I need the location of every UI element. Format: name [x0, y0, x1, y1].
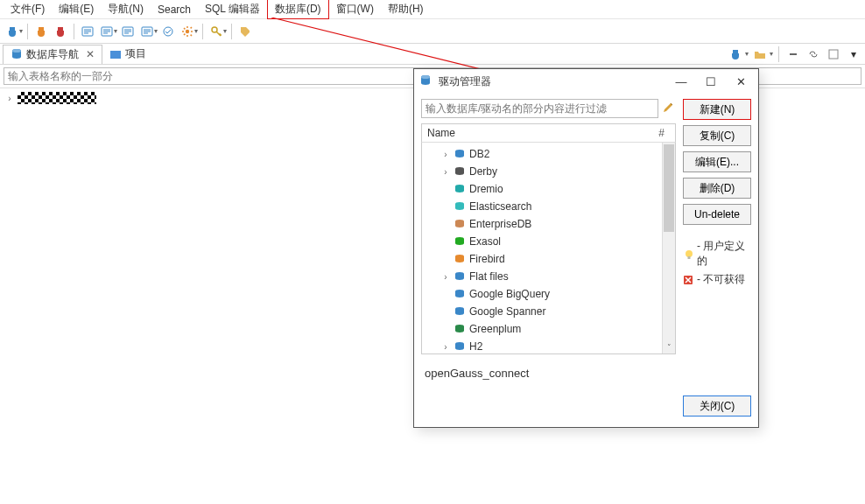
driver-label: Elasticsearch: [469, 200, 531, 213]
column-name[interactable]: Name: [427, 127, 654, 139]
menu-database[interactable]: 数据库(D): [267, 0, 329, 19]
driver-item[interactable]: Google BigQuery: [425, 285, 672, 303]
toolbar-separator: [231, 24, 232, 39]
driver-label: Exasol: [469, 235, 501, 248]
toolbar-key-button[interactable]: ▾: [207, 23, 227, 40]
toolbar-connect-button[interactable]: [32, 23, 50, 40]
pencil-icon[interactable]: [662, 102, 676, 116]
driver-item[interactable]: EnterpriseDB: [425, 215, 672, 233]
toolbar-commit-button[interactable]: [159, 23, 177, 40]
menu-file[interactable]: 文件(F): [4, 0, 52, 18]
menu-navigate[interactable]: 导航(N): [101, 0, 151, 18]
tab-db-navigator[interactable]: 数据库导航 ✕: [3, 45, 102, 64]
dialog-titlebar: 驱动管理器 — ☐ ✕: [414, 69, 758, 94]
driver-label: Greenplum: [469, 323, 521, 335]
svg-rect-10: [790, 53, 797, 55]
tree-header[interactable]: Name #: [421, 123, 676, 143]
svg-rect-11: [829, 50, 838, 59]
greenplum-icon: [454, 323, 466, 335]
driver-item[interactable]: ›DB2: [425, 145, 672, 163]
new-connection-button[interactable]: ▾: [4, 23, 23, 40]
expand-icon[interactable]: ›: [441, 150, 450, 159]
scrollbar[interactable]: ˄ ˅: [662, 143, 675, 354]
scrollbar-thumb[interactable]: [664, 144, 674, 232]
driver-item[interactable]: ›H2: [425, 338, 672, 354]
toolbar-disconnect-button[interactable]: [52, 23, 69, 40]
driver-item[interactable]: ›Flat files: [425, 268, 672, 285]
new-button[interactable]: 新建(N): [683, 99, 751, 120]
driver-item[interactable]: Dremio: [425, 180, 672, 198]
close-dialog-button[interactable]: 关闭(C): [683, 396, 751, 416]
toolbar-script-dropdown[interactable]: ▾: [138, 23, 158, 40]
tabbar-folder-button[interactable]: [751, 46, 769, 63]
tabbar-collapse-button[interactable]: [784, 46, 802, 63]
tabbar-filter-button[interactable]: [825, 46, 842, 63]
driver-item[interactable]: Elasticsearch: [425, 198, 672, 215]
close-tab-icon[interactable]: ✕: [86, 48, 95, 60]
tabbar-connect-button[interactable]: [727, 46, 744, 63]
legend-unavailable: - 不可获得: [697, 272, 745, 287]
toolbar-tag-button[interactable]: [236, 23, 254, 40]
driver-item[interactable]: Greenplum: [425, 320, 672, 338]
copy-button[interactable]: 复制(C): [683, 125, 751, 146]
tabbar-link-button[interactable]: [805, 46, 822, 63]
dropdown-icon[interactable]: ▾: [770, 50, 773, 58]
collapse-icon[interactable]: ›: [5, 94, 14, 103]
undelete-button[interactable]: Un-delete: [683, 204, 751, 225]
dropdown-icon[interactable]: ▾: [745, 50, 749, 58]
spanner-icon: [454, 305, 466, 318]
connection-item[interactable]: [18, 92, 96, 104]
svg-rect-9: [110, 51, 121, 59]
toolbar-print-button[interactable]: ▾: [179, 23, 198, 40]
driver-item[interactable]: ›Derby: [425, 163, 672, 180]
driver-label: Google Spanner: [469, 305, 545, 318]
expand-icon[interactable]: ›: [441, 167, 450, 177]
menu-edit[interactable]: 编辑(E): [52, 0, 101, 18]
tabbar-menu-button[interactable]: ▾: [845, 46, 862, 63]
legend: - 用户定义的 - 不可获得: [683, 239, 751, 290]
toolbar-script-button[interactable]: [119, 23, 137, 40]
driver-item[interactable]: Exasol: [425, 233, 672, 250]
driver-filter-input[interactable]: [421, 99, 658, 118]
delete-button[interactable]: 删除(D): [683, 178, 751, 199]
database-icon: [11, 48, 23, 60]
driver-label: Dremio: [469, 183, 503, 195]
folder-icon: [454, 270, 466, 283]
view-tabbar: 数据库导航 ✕ 项目 ▾ ▾ ▾: [0, 44, 865, 65]
gbq-icon: [454, 288, 466, 300]
dremio-icon: [454, 183, 466, 195]
driver-item[interactable]: Google Spanner: [425, 303, 672, 320]
db2-icon: [454, 148, 466, 160]
toolbar-separator: [74, 24, 74, 39]
elastic-icon: [454, 200, 466, 213]
derby-icon: [454, 165, 466, 178]
menu-sql-editor[interactable]: SQL 编辑器: [198, 0, 267, 18]
expand-icon[interactable]: ›: [441, 342, 450, 352]
edit-button[interactable]: 编辑(E)...: [683, 151, 751, 172]
menu-help[interactable]: 帮助(H): [381, 0, 431, 18]
toolbar-sql-dropdown[interactable]: ▾: [98, 23, 117, 40]
firebird-icon: [454, 253, 466, 265]
driver-item[interactable]: Firebird: [425, 250, 672, 268]
maximize-button[interactable]: ☐: [699, 72, 723, 91]
tab-project[interactable]: 项目: [102, 45, 153, 63]
driver-label: Firebird: [469, 253, 505, 265]
toolbar-separator: [27, 24, 28, 39]
menu-search[interactable]: Search: [151, 2, 198, 18]
column-count[interactable]: #: [654, 127, 665, 139]
expand-icon[interactable]: ›: [441, 272, 450, 282]
close-button[interactable]: ✕: [728, 72, 753, 91]
driver-label: Google BigQuery: [469, 288, 550, 300]
exasol-icon: [454, 235, 466, 248]
main-toolbar: ▾ ▾ ▾ ▾ ▾: [0, 19, 865, 44]
minimize-button[interactable]: —: [669, 72, 693, 91]
legend-user-defined: - 用户定义的: [697, 239, 751, 269]
driver-tree[interactable]: ›DB2›DerbyDremioElasticsearchEnterpriseD…: [422, 143, 675, 354]
bulb-icon: [683, 248, 693, 259]
scroll-down-icon[interactable]: ˅: [663, 341, 675, 354]
project-icon: [109, 48, 122, 60]
edb-icon: [454, 218, 466, 230]
database-icon: [419, 74, 433, 88]
menu-window[interactable]: 窗口(W): [329, 0, 381, 18]
toolbar-sql-button[interactable]: [79, 23, 96, 40]
